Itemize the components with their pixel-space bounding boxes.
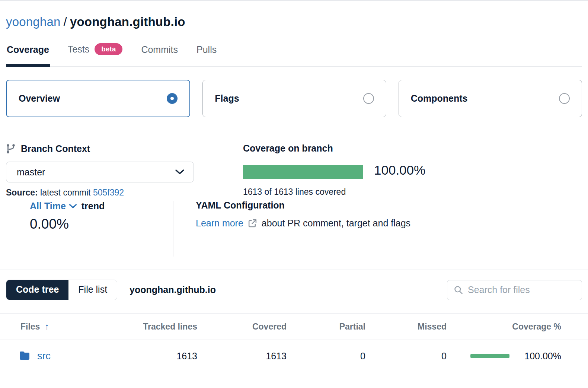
folder-link-src[interactable]: src — [37, 350, 51, 362]
trend-range-dropdown[interactable]: All Time — [30, 201, 77, 212]
tab-coverage-label: Coverage — [7, 44, 49, 55]
branch-dropdown-value: master — [17, 167, 45, 178]
search-input[interactable] — [468, 284, 576, 295]
coverage-progress-bar — [243, 165, 363, 179]
file-cell: src — [0, 350, 123, 362]
coverage-percent-value: 100.00% — [374, 163, 425, 178]
beta-badge: beta — [95, 43, 122, 55]
branch-dropdown[interactable]: master — [6, 162, 194, 182]
tab-coverage[interactable]: Coverage — [6, 44, 50, 66]
codecov-repo-page: yoonghan/yoonghan.github.io Coverage Tes… — [0, 0, 588, 388]
explorer-repo-name: yoonghan.github.io — [130, 284, 216, 295]
view-card-overview[interactable]: Overview — [6, 80, 190, 117]
column-tracked-lines[interactable]: Tracked lines — [123, 322, 197, 332]
yaml-config-title: YAML Configuration — [196, 200, 285, 211]
trend-value: 0.00% — [30, 216, 69, 232]
radio-unselected-icon[interactable] — [363, 93, 374, 104]
breadcrumb-account-link[interactable]: yoonghan — [6, 15, 61, 29]
column-covered[interactable]: Covered — [197, 322, 287, 332]
tab-bar: Coverage Tests beta Commits Pulls — [6, 43, 582, 67]
yaml-config-line: Learn more about PR comment, target and … — [196, 218, 410, 229]
column-files-sort[interactable]: Files ↑ — [0, 321, 123, 333]
file-search-box[interactable] — [447, 280, 582, 300]
divider-vertical — [173, 201, 173, 257]
cell-coverage: 100.00% — [447, 351, 588, 362]
search-icon — [453, 285, 463, 295]
branch-context-title: Branch Context — [21, 143, 90, 154]
folder-icon — [19, 351, 31, 361]
files-table-header: Files ↑ Tracked lines Covered Partial Mi… — [0, 313, 588, 340]
view-card-components[interactable]: Components — [399, 80, 582, 117]
tab-tests[interactable]: Tests beta — [67, 43, 123, 66]
column-coverage-pct[interactable]: Coverage % — [447, 322, 588, 332]
view-selector: Overview Flags Components — [6, 80, 582, 117]
tree-list-toggle: Code tree File list — [6, 280, 117, 300]
chevron-down-icon — [175, 169, 185, 175]
column-files-label: Files — [20, 322, 40, 332]
tab-pulls-label: Pulls — [196, 44, 217, 55]
tab-tests-label: Tests — [68, 44, 89, 55]
breadcrumb: yoonghan/yoonghan.github.io — [6, 15, 582, 29]
cell-tracked: 1613 — [123, 351, 197, 362]
external-link-icon — [248, 219, 257, 228]
tab-pulls[interactable]: Pulls — [196, 44, 217, 66]
coverage-on-branch-title: Coverage on branch — [243, 143, 333, 154]
coverage-lines-detail: 1613 of 1613 lines covered — [243, 187, 346, 197]
radio-selected-icon[interactable] — [167, 93, 178, 104]
tab-commits-label: Commits — [141, 44, 178, 55]
view-card-components-label: Components — [411, 93, 468, 104]
column-partial[interactable]: Partial — [287, 322, 365, 332]
branch-source-line: Source: latest commit 505f392 — [6, 188, 124, 198]
cell-partial: 0 — [287, 351, 365, 362]
toggle-code-tree[interactable]: Code tree — [6, 280, 68, 300]
coverage-mini-bar — [470, 354, 509, 358]
summary-section: Branch Context master Source: latest com… — [0, 117, 588, 270]
files-table: Files ↑ Tracked lines Covered Partial Mi… — [0, 313, 588, 372]
view-card-overview-label: Overview — [19, 93, 60, 104]
view-card-flags[interactable]: Flags — [202, 80, 386, 117]
coverage-progress-fill — [243, 165, 363, 179]
tab-commits[interactable]: Commits — [140, 44, 179, 66]
commit-link[interactable]: 505f392 — [93, 188, 124, 197]
branch-context-header: Branch Context — [6, 143, 90, 154]
sort-ascending-icon: ↑ — [44, 321, 49, 333]
coverage-value: 100.00% — [524, 351, 561, 362]
column-missed[interactable]: Missed — [365, 322, 447, 332]
file-explorer-bar: Code tree File list yoonghan.github.io — [0, 270, 588, 303]
source-text: latest commit — [40, 188, 90, 197]
cell-covered: 1613 — [197, 351, 287, 362]
trend-label: trend — [82, 201, 105, 212]
radio-unselected-icon[interactable] — [559, 93, 570, 104]
cell-missed: 0 — [365, 351, 447, 362]
view-card-flags-label: Flags — [215, 93, 239, 104]
source-label: Source: — [6, 188, 38, 197]
trend-header: All Time trend — [30, 201, 105, 212]
divider-vertical — [220, 143, 220, 198]
git-branch-icon — [6, 143, 16, 154]
trend-range-label: All Time — [30, 201, 66, 212]
breadcrumb-repo: yoonghan.github.io — [70, 15, 185, 29]
yaml-description: about PR comment, target and flags — [262, 218, 410, 229]
toggle-file-list[interactable]: File list — [68, 280, 117, 300]
breadcrumb-separator: / — [61, 15, 70, 29]
learn-more-link[interactable]: Learn more — [196, 218, 243, 229]
table-row: src 1613 1613 0 0 100.00% — [0, 340, 588, 372]
chevron-down-icon — [69, 204, 77, 209]
